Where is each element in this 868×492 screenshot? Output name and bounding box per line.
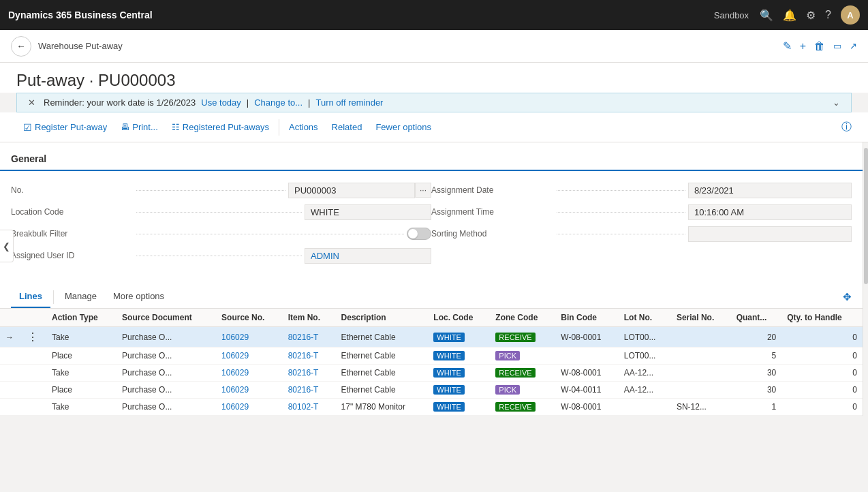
location-code-input[interactable]	[305, 204, 431, 220]
col-source-doc: Source Document	[117, 309, 216, 327]
tab-more-options[interactable]: More options	[105, 286, 172, 308]
reminder-use-today[interactable]: Use today	[201, 97, 241, 108]
row-action-type: Take	[46, 399, 117, 416]
row-qty-to-handle: 0	[781, 399, 863, 416]
row-item-no: 80216-T	[283, 365, 336, 382]
register-put-away-button[interactable]: ☑ Register Put-away	[16, 118, 114, 137]
row-bin-code: W-08-0001	[555, 399, 618, 416]
breakbulk-filter-label: Breakbulk Filter	[11, 229, 134, 239]
table-row[interactable]: Take Purchase O... 106029 80216-T Ethern…	[0, 365, 863, 382]
row-source-doc: Purchase O...	[117, 382, 216, 399]
row-item-no: 80216-T	[283, 382, 336, 399]
row-lot-no: AA-12...	[619, 382, 671, 399]
popout-button[interactable]: ▭	[833, 41, 841, 51]
row-qty-to-handle: 0	[781, 382, 863, 399]
bell-icon[interactable]: 🔔	[783, 9, 796, 22]
row-zone-code: RECEIVE	[490, 399, 555, 416]
no-lookup-button[interactable]: ···	[415, 183, 431, 198]
row-qty-to-handle: 0	[781, 365, 863, 382]
row-menu-button[interactable]: ⋮	[25, 330, 41, 343]
row-lot-no: LOT00...	[619, 348, 671, 365]
row-action-type: Place	[46, 348, 117, 365]
row-source-no: 106029	[216, 327, 283, 348]
back-button[interactable]: ←	[11, 36, 31, 57]
col-description: Description	[336, 309, 429, 327]
reminder-sep1: |	[247, 97, 249, 108]
tab-manage[interactable]: Manage	[57, 286, 105, 308]
row-description: Ethernet Cable	[336, 382, 429, 399]
no-input-group: ···	[288, 183, 431, 198]
main-content: General No. ···	[0, 142, 868, 416]
row-source-no: 106029	[216, 399, 283, 416]
expand-table-icon[interactable]: ✥	[843, 291, 852, 303]
reminder-close[interactable]: ✕	[28, 97, 35, 108]
row-source-no: 106029	[216, 365, 283, 382]
row-lot-no	[619, 399, 671, 416]
row-arrow	[0, 365, 19, 382]
assignment-date-label: Assignment Date	[431, 185, 554, 195]
row-zone-code: PICK	[490, 348, 555, 365]
info-icon[interactable]: ⓘ	[841, 121, 852, 134]
registered-icon: ☷	[172, 122, 180, 132]
scroll-track[interactable]	[863, 142, 868, 416]
row-zone-code: RECEIVE	[490, 365, 555, 382]
page-title: Put-away · PU000003	[16, 68, 852, 93]
breadcrumb-bar: ← Warehouse Put-away ✎ + 🗑 ▭ ↗	[0, 30, 868, 63]
gear-icon[interactable]: ⚙	[806, 9, 816, 22]
row-action-type: Take	[46, 327, 117, 348]
sorting-method-label: Sorting Method	[431, 229, 554, 239]
row-serial-no	[671, 365, 731, 382]
print-button[interactable]: 🖶 Print...	[114, 118, 165, 136]
col-bin-code: Bin Code	[555, 309, 618, 327]
row-lot-no: LOT00...	[619, 327, 671, 348]
table-row[interactable]: → ⋮ Take Purchase O... 106029 80216-T Et…	[0, 327, 863, 348]
scroll-thumb[interactable]	[864, 148, 868, 284]
reminder-turn-off[interactable]: Turn off reminder	[315, 97, 383, 108]
print-icon: 🖶	[121, 122, 129, 132]
registered-put-aways-button[interactable]: ☷ Registered Put-aways	[165, 118, 276, 136]
edit-button[interactable]: ✎	[783, 40, 792, 52]
no-label: No.	[11, 185, 134, 195]
row-menu-cell	[19, 365, 46, 382]
no-input[interactable]	[288, 183, 415, 198]
sorting-method-input[interactable]	[688, 226, 852, 242]
delete-button[interactable]: 🗑	[814, 40, 825, 52]
row-serial-no	[671, 327, 731, 348]
new-button[interactable]: +	[800, 40, 806, 52]
fewer-options-button[interactable]: Fewer options	[369, 118, 438, 136]
user-avatar[interactable]: A	[841, 5, 860, 25]
tab-lines[interactable]: Lines	[11, 286, 50, 308]
help-icon[interactable]: ?	[825, 9, 831, 21]
row-source-no: 106029	[216, 348, 283, 365]
sorting-method-field-row: Sorting Method	[431, 223, 852, 245]
row-action-type: Place	[46, 382, 117, 399]
table-header-row: Action Type Source Document Source No. I…	[0, 309, 863, 327]
row-loc-code: WHITE	[428, 365, 490, 382]
reminder-change-to[interactable]: Change to...	[254, 97, 303, 108]
row-loc-code: WHITE	[428, 382, 490, 399]
left-collapse-button[interactable]: ❮	[0, 230, 14, 262]
row-description: Ethernet Cable	[336, 348, 429, 365]
table-row[interactable]: Place Purchase O... 106029 80216-T Ether…	[0, 348, 863, 365]
actions-button[interactable]: Actions	[282, 118, 325, 136]
row-zone-code: RECEIVE	[490, 327, 555, 348]
col-lot-no: Lot No.	[619, 309, 671, 327]
row-arrow: →	[0, 327, 19, 348]
row-source-no: 106029	[216, 382, 283, 399]
breakbulk-toggle[interactable]	[407, 228, 431, 240]
reminder-chevron-icon[interactable]: ⌄	[833, 97, 840, 108]
row-serial-no: SN-12...	[671, 399, 731, 416]
collapse-button[interactable]: ↗	[850, 41, 857, 51]
table-row[interactable]: Take Purchase O... 106029 80102-T 17" M7…	[0, 399, 863, 416]
environment-label: Sandbox	[714, 10, 749, 20]
breakbulk-filter-field-row: Breakbulk Filter	[11, 223, 431, 245]
row-quantity: 20	[731, 327, 782, 348]
assignment-date-input[interactable]	[688, 183, 852, 198]
assigned-user-label: Assigned User ID	[11, 251, 134, 260]
assigned-user-input[interactable]	[305, 248, 431, 264]
search-icon[interactable]: 🔍	[760, 9, 773, 22]
table-body: → ⋮ Take Purchase O... 106029 80216-T Et…	[0, 327, 863, 416]
table-row[interactable]: Place Purchase O... 106029 80216-T Ether…	[0, 382, 863, 399]
assignment-time-input[interactable]	[688, 204, 852, 220]
related-button[interactable]: Related	[325, 118, 369, 136]
